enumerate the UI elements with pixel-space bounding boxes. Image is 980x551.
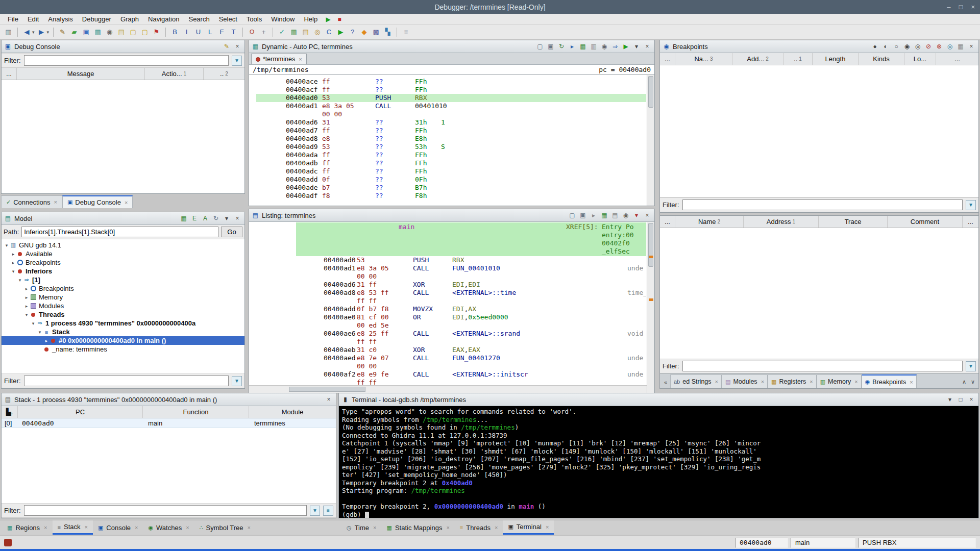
maximize-button[interactable]: □ — [959, 3, 963, 11]
menu-file[interactable]: File — [3, 14, 23, 24]
expander-icon[interactable]: ▾ — [37, 330, 43, 335]
tab-close-icon[interactable]: × — [546, 524, 549, 530]
disasm-row[interactable]: 00400ad8e8 53 ffCALL<EXTERNAL>::timetime… — [249, 289, 646, 297]
column-header-[interactable]: ..1 — [783, 53, 813, 65]
expander-icon[interactable]: ▸ — [23, 286, 30, 291]
tab-ed-strings[interactable]: abed Strings× — [670, 374, 722, 388]
disasm-row[interactable]: 00400ad7ff??FFh — [256, 127, 646, 135]
disasm-row[interactable]: 00400aede8 7e 07CALLFUN_00401270unde — [249, 354, 646, 362]
breakpoint-locations-filter-input[interactable] — [682, 361, 963, 371]
scrollbar-thumb[interactable] — [289, 387, 365, 392]
stack-table-row[interactable]: [0]00400ad0maintermmines — [2, 418, 336, 428]
disable-breakpoint-icon[interactable]: ◐ — [881, 42, 890, 51]
disasm-row[interactable]: 00400aeb31 c0XOREAX,EAX — [249, 346, 646, 354]
close-icon[interactable]: × — [643, 42, 652, 51]
menu-tools[interactable]: Tools — [242, 14, 266, 24]
column-header-lo[interactable]: Lo... — [904, 53, 936, 65]
disasm-row[interactable]: 00400ae6e8 25 ffCALL<EXTERNAL>::srandvoi… — [249, 330, 646, 338]
debug-console-header[interactable]: ▣ Debug Console ✎× — [2, 40, 244, 53]
column-header-[interactable]: ..2 — [204, 68, 244, 80]
make-effective-icon[interactable]: ⊗ — [935, 42, 944, 51]
expander-icon[interactable]: ▾ — [10, 269, 16, 274]
column-header-[interactable]: ... — [963, 216, 978, 228]
listing-hscrollbar[interactable] — [249, 385, 647, 393]
expander-icon[interactable]: ▾ — [4, 243, 10, 248]
tree-node-breakpoints[interactable]: ▸Breakpoints — [2, 284, 244, 293]
dynamic-scrollbar[interactable] — [647, 75, 654, 206]
tab-symbol-tree[interactable]: ∴Symbol Tree× — [194, 520, 256, 535]
follow-icon[interactable]: ▶ — [621, 42, 630, 51]
enable-breakpoint-icon[interactable]: ● — [870, 42, 879, 51]
disasm-row[interactable]: 00400add0f??0Fh — [256, 176, 646, 184]
back-icon[interactable]: ◀ — [21, 27, 32, 38]
expander-icon[interactable]: ▸ — [43, 338, 50, 343]
tab-registers[interactable]: ▦Registers× — [768, 374, 817, 388]
disasm-row[interactable]: 00400ad631??31h1 — [256, 118, 646, 127]
check-icon[interactable]: ✓ — [277, 27, 287, 38]
disasm-row[interactable]: 00400acfff??FFh — [256, 86, 646, 94]
terminal-header[interactable]: ▮ Terminal - local-gdb.sh /tmp/termmines… — [339, 393, 978, 406]
label-icon[interactable]: L — [205, 27, 215, 38]
tab-close-icon[interactable]: × — [373, 524, 376, 531]
stack-filter-input[interactable] — [24, 505, 307, 516]
table-icon[interactable]: ▦ — [92, 27, 103, 38]
tree-node-stack[interactable]: ▾≡Stack — [2, 328, 244, 336]
menu-debugger[interactable]: Debugger — [78, 14, 116, 24]
menu-analysis[interactable]: Analysis — [43, 14, 77, 24]
edit-table-icon[interactable]: ▦ — [578, 42, 587, 51]
tab-close-icon[interactable]: × — [495, 524, 498, 531]
disasm-row[interactable]: 00400adcff??FFh — [256, 167, 646, 176]
diamond-icon[interactable]: ◆ — [359, 27, 370, 38]
menu-select[interactable]: Select — [214, 14, 242, 24]
column-header-[interactable]: ... — [2, 68, 17, 80]
breakpoints-filter-input[interactable] — [682, 199, 963, 210]
xref-value[interactable]: Entry Po — [602, 223, 634, 231]
menu-navigation[interactable]: Navigation — [143, 14, 184, 24]
column-header-comment[interactable]: Comment — [888, 216, 963, 228]
table-green-icon[interactable]: ▦ — [288, 27, 299, 38]
filter-options-icon[interactable]: ▼ — [966, 200, 976, 210]
xref-value[interactable]: _elfSec — [602, 247, 630, 256]
close-icon[interactable]: × — [967, 42, 976, 51]
column-header-message[interactable]: Message — [17, 68, 145, 80]
table-icon[interactable]: ▤ — [610, 211, 620, 220]
collapse-down-icon[interactable]: ∨ — [969, 375, 977, 388]
column-header-actio[interactable]: Actio...1 — [145, 68, 204, 80]
tab-scroll-left-icon[interactable]: « — [662, 375, 670, 388]
menu-caret-icon[interactable]: ▾ — [222, 214, 231, 223]
paste-icon[interactable]: ▣ — [578, 211, 587, 220]
back-caret-icon[interactable]: ▾ — [32, 30, 35, 35]
snapshot-icon[interactable]: ◉ — [621, 211, 630, 220]
column-header-[interactable]: ... — [660, 216, 675, 228]
highlight-icon[interactable]: ▰ — [69, 27, 80, 38]
maximize-icon[interactable]: □ — [956, 395, 965, 404]
tab-static-mappings[interactable]: ▦Static Mappings× — [381, 520, 454, 535]
disasm-row[interactable]: 00400ad1e8 3a 05CALLFUN_00401010unde — [249, 264, 646, 272]
expander-icon[interactable]: ▾ — [30, 321, 36, 326]
table-gold-icon[interactable]: ▤ — [300, 27, 311, 38]
tab-watches[interactable]: ◉Watches× — [143, 520, 194, 535]
expander-icon[interactable]: ▸ — [10, 260, 16, 265]
disable-all-icon[interactable]: ◎ — [913, 42, 922, 51]
tree-node-name-termmines[interactable]: _name: termmines — [2, 345, 244, 354]
column-settings-icon[interactable]: ≡ — [323, 506, 333, 516]
coin-icon[interactable]: ◎ — [312, 27, 323, 38]
play-circle-icon[interactable]: ▶ — [335, 27, 346, 38]
comment-icon[interactable]: ▢ — [128, 27, 138, 38]
tree-node-threads[interactable]: ▾Threads — [2, 310, 244, 319]
tree-node-memory[interactable]: ▸Memory — [2, 293, 244, 302]
disasm-row[interactable]: 00 00 — [249, 362, 646, 370]
column-header-[interactable]: ... — [936, 53, 978, 65]
track-pc-icon[interactable]: ▸ — [568, 42, 577, 51]
tab-close-icon[interactable]: × — [446, 524, 449, 531]
disasm-row[interactable]: 00400ad953??53hS — [256, 143, 646, 151]
disasm-row[interactable]: 00400af2e8 e9 feCALL<EXTERNAL>::initscru… — [249, 370, 646, 379]
menu-edit[interactable]: Edit — [23, 14, 43, 24]
tab-close-icon[interactable]: × — [910, 379, 913, 385]
xref-value[interactable]: entry:00 — [602, 231, 634, 239]
tab-close-icon[interactable]: × — [84, 524, 87, 530]
tree-node-1-process-4930-termmines-0x0000000000400a[interactable]: ▾⇒1 process 4930 "termmines" 0x000000000… — [2, 319, 244, 328]
menu-graph[interactable]: Graph — [116, 14, 143, 24]
disasm-row[interactable]: 00 00 — [256, 110, 646, 118]
filter-options-icon[interactable]: ▼ — [232, 56, 242, 66]
